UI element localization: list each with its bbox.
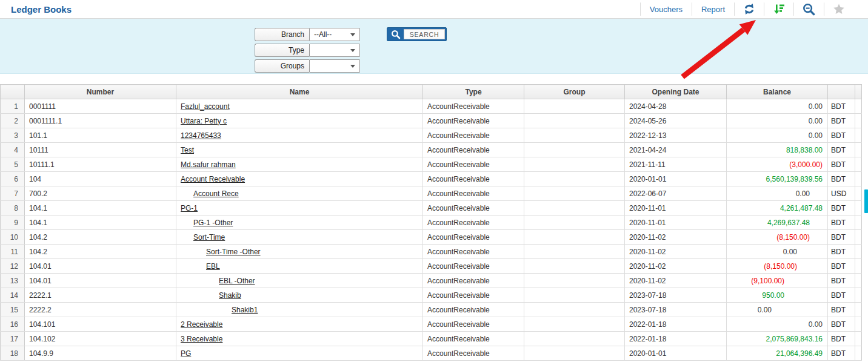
cell-name: Sort-Time -Other	[176, 245, 423, 259]
cell-number: 104.01	[25, 274, 176, 288]
favorite-button[interactable]	[824, 3, 853, 15]
ledger-name-link[interactable]: Fazlul_account	[181, 102, 230, 111]
cell-currency: BDT	[828, 288, 855, 303]
table-row: 8104.1PG-1AccountReceivable2020-11-014,2…	[1, 201, 862, 216]
cell-date: 2020-11-02	[625, 259, 727, 274]
ledger-name-link[interactable]: Md.safur rahman	[181, 160, 236, 169]
table-header-row: Number Name Type Group Opening Date Bala…	[1, 85, 862, 99]
cell-type: AccountReceivable	[423, 186, 524, 201]
ledger-name-link[interactable]: PG-1	[181, 204, 198, 212]
cell-spacer	[855, 201, 862, 216]
cell-currency: BDT	[828, 157, 855, 172]
cell-group	[524, 128, 625, 143]
cell-balance: 0.00	[727, 303, 828, 317]
type-filter-label: Type	[255, 44, 309, 57]
cell-currency: BDT	[828, 99, 855, 114]
header-group[interactable]: Group	[524, 85, 625, 99]
cell-currency: BDT	[828, 143, 855, 157]
cell-type: AccountReceivable	[423, 274, 524, 288]
cell-currency: BDT	[828, 128, 855, 143]
cell-number: 104.1	[25, 216, 176, 230]
ledger-name-link[interactable]: Uttara: Petty c	[181, 117, 227, 125]
ledger-name-link[interactable]: PG	[181, 349, 191, 358]
row-index: 9	[1, 216, 25, 230]
cell-type: AccountReceivable	[423, 143, 524, 157]
cell-date: 2022-01-18	[625, 317, 727, 332]
cell-number: 0001111.1	[25, 114, 176, 128]
cell-currency: BDT	[828, 346, 855, 361]
cell-name: Uttara: Petty c	[176, 114, 423, 128]
cell-spacer	[855, 128, 862, 143]
cell-spacer	[855, 317, 862, 332]
ledger-name-link[interactable]: Account Receivable	[181, 175, 245, 183]
type-select[interactable]	[309, 44, 360, 57]
cell-number: 2222.2	[25, 303, 176, 317]
cell-type: AccountReceivable	[423, 288, 524, 303]
ledger-name-link[interactable]: 3 Receivable	[181, 335, 222, 343]
zoom-out-button[interactable]	[794, 3, 824, 16]
cell-name: Test	[176, 143, 423, 157]
cell-balance: 950.00	[727, 288, 828, 303]
cell-group	[524, 216, 625, 230]
cell-type: AccountReceivable	[423, 346, 524, 361]
cell-balance: 0.00	[727, 128, 828, 143]
header-balance[interactable]: Balance	[727, 85, 828, 99]
report-button[interactable]: Report	[692, 5, 734, 14]
cell-number: 700.2	[25, 186, 176, 201]
cell-group	[524, 143, 625, 157]
cell-balance: 818,838.00	[727, 143, 828, 157]
cell-group	[524, 114, 625, 128]
type-filter: Type	[255, 44, 360, 57]
page-title: Ledger Books	[11, 4, 72, 15]
ledger-name-link[interactable]: EBL	[206, 262, 220, 271]
vouchers-button[interactable]: Vouchers	[641, 5, 692, 14]
cell-balance: (8,150.00)	[727, 259, 828, 274]
header-name[interactable]: Name	[176, 85, 423, 99]
cell-type: AccountReceivable	[423, 172, 524, 186]
vertical-scrollbar-thumb[interactable]	[864, 189, 868, 213]
cell-type: AccountReceivable	[423, 216, 524, 230]
cell-name: 3 Receivable	[176, 332, 423, 346]
branch-select[interactable]: --All--	[309, 28, 360, 41]
cell-number: 10111.1	[25, 157, 176, 172]
ledger-name-link[interactable]: 2 Receivable	[181, 320, 222, 329]
header-currency	[828, 85, 855, 99]
table-row: 18104.9.9PGAccountReceivable2020-01-0121…	[1, 346, 862, 361]
ledger-name-link[interactable]: Account Rece	[193, 189, 239, 198]
header-number[interactable]: Number	[25, 85, 176, 99]
cell-number: 104.2	[25, 230, 176, 245]
cell-group	[524, 186, 625, 201]
cell-currency: USD	[828, 186, 855, 201]
cell-group	[524, 245, 625, 259]
table-row: 10001111Fazlul_accountAccountReceivable2…	[1, 99, 862, 114]
table-row: 11104.2Sort-Time -OtherAccountReceivable…	[1, 245, 862, 259]
ledger-name-link[interactable]: 1234765433	[181, 131, 221, 140]
ledger-name-link[interactable]: Shakib	[219, 291, 241, 300]
cell-type: AccountReceivable	[423, 99, 524, 114]
refresh-button[interactable]	[735, 3, 764, 15]
cell-number: 104.9.9	[25, 346, 176, 361]
ledger-name-link[interactable]: Test	[181, 146, 194, 154]
cell-type: AccountReceivable	[423, 128, 524, 143]
groups-select[interactable]	[309, 59, 360, 73]
ledger-name-link[interactable]: EBL -Other	[219, 277, 255, 285]
cell-balance: 0.00	[727, 99, 828, 114]
header-opening-date[interactable]: Opening Date	[625, 85, 727, 99]
ledger-name-link[interactable]: Sort-Time -Other	[206, 248, 261, 256]
cell-group	[524, 201, 625, 216]
sort-button[interactable]	[764, 3, 793, 15]
search-button[interactable]: SEARCH	[387, 27, 447, 41]
cell-date: 2023-07-18	[625, 303, 727, 317]
ledger-name-link[interactable]: PG-1 -Other	[193, 219, 233, 227]
cell-name: Fazlul_account	[176, 99, 423, 114]
ledger-name-link[interactable]: Shakib1	[232, 306, 258, 314]
cell-balance: 4,261,487.48	[727, 201, 828, 216]
cell-balance: (3,000.00)	[727, 157, 828, 172]
cell-number: 2222.1	[25, 288, 176, 303]
table-row: 12104.01EBLAccountReceivable2020-11-02(8…	[1, 259, 862, 274]
table-row: 13104.01EBL -OtherAccountReceivable2020-…	[1, 274, 862, 288]
header-type[interactable]: Type	[423, 85, 524, 99]
cell-type: AccountReceivable	[423, 230, 524, 245]
ledger-name-link[interactable]: Sort-Time	[193, 233, 225, 242]
table-row: 3101.11234765433AccountReceivable2022-12…	[1, 128, 862, 143]
